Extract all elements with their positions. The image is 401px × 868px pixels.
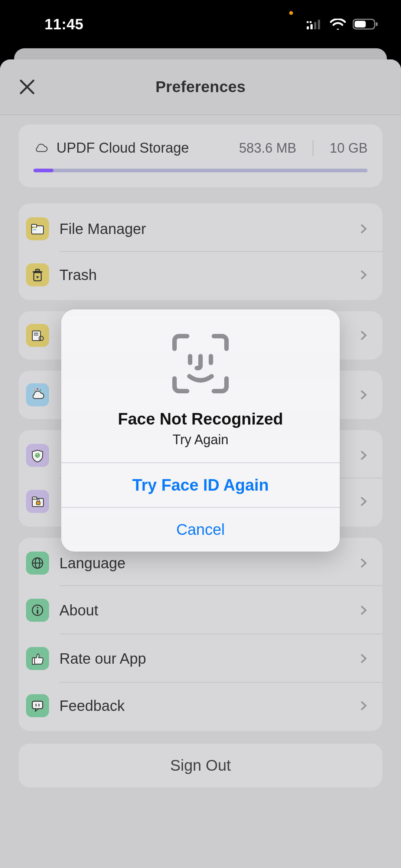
chevron-right-icon <box>357 557 369 569</box>
alert-title: Face Not Recognized <box>76 410 325 428</box>
svg-rect-7 <box>355 21 366 27</box>
row-icon-tile <box>26 263 49 286</box>
recording-indicator-dot <box>289 11 293 15</box>
row-icon-tile <box>26 552 49 575</box>
folder-icon <box>29 221 46 237</box>
wifi-icon <box>330 19 346 30</box>
row-icon-tile <box>26 444 49 467</box>
storage-progress-bar <box>33 169 368 172</box>
storage-label: UPDF Cloud Storage <box>56 140 231 156</box>
cancel-button[interactable]: Cancel <box>61 507 340 552</box>
chevron-right-icon <box>357 389 369 401</box>
globe-icon <box>29 555 46 571</box>
storage-used: 583.6 MB <box>239 140 296 156</box>
settings-row-label: Rate our App <box>59 650 357 667</box>
cellular-icon <box>307 19 323 29</box>
status-indicators <box>307 18 379 30</box>
face-id-icon <box>76 330 325 397</box>
shield-icon <box>29 447 46 464</box>
sign-out-button[interactable]: Sign Out <box>19 744 382 787</box>
cert-icon <box>29 327 46 344</box>
settings-row-label: About <box>59 602 357 619</box>
svg-rect-3 <box>318 20 320 29</box>
row-icon-tile <box>26 217 49 240</box>
row-icon-tile <box>26 599 49 622</box>
page-title: Preferences <box>156 78 246 96</box>
svg-rect-1 <box>310 24 313 29</box>
storage-total: 10 GB <box>330 140 368 156</box>
thumbsup-icon <box>29 650 46 667</box>
settings-row-file-manager[interactable]: File Manager <box>19 204 382 252</box>
row-icon-tile <box>26 324 49 347</box>
lock-folder-icon <box>29 493 46 510</box>
settings-row-label: Trash <box>59 267 357 283</box>
info-icon <box>29 602 46 618</box>
chevron-right-icon <box>357 604 369 616</box>
svg-rect-0 <box>307 26 309 29</box>
settings-row-about[interactable]: About <box>19 586 382 634</box>
status-bar: 11:45 <box>0 0 401 48</box>
row-icon-tile <box>26 647 49 670</box>
divider <box>313 140 313 156</box>
chevron-right-icon <box>357 495 369 507</box>
settings-row-label: Feedback <box>59 698 357 714</box>
settings-row-trash[interactable]: Trash <box>19 252 382 300</box>
sheet-header: Preferences <box>0 59 401 115</box>
alert-subtitle: Try Again <box>76 432 325 448</box>
chevron-right-icon <box>357 269 369 281</box>
settings-group: File Manager Trash <box>19 204 382 300</box>
cloud-icon <box>33 143 48 154</box>
sign-out-label: Sign Out <box>170 757 231 774</box>
chevron-right-icon <box>357 449 369 461</box>
battery-icon <box>353 18 379 30</box>
svg-rect-5 <box>310 21 312 23</box>
chat-icon <box>29 698 46 714</box>
svg-rect-4 <box>307 21 309 23</box>
close-button[interactable] <box>19 78 36 95</box>
settings-row-rate[interactable]: Rate our App <box>19 634 382 683</box>
settings-row-label: Language <box>59 555 357 572</box>
row-icon-tile <box>26 490 49 513</box>
status-time: 11:45 <box>45 16 84 33</box>
trash-icon <box>29 267 46 283</box>
face-id-alert: Face Not Recognized Try Again Try Face I… <box>61 309 340 552</box>
settings-group: Language About Rate our App Feedback <box>19 538 382 731</box>
close-icon <box>19 78 36 95</box>
svg-rect-2 <box>314 22 316 29</box>
cloud-storage-card[interactable]: UPDF Cloud Storage 583.6 MB 10 GB <box>19 124 382 187</box>
row-icon-tile <box>26 694 49 717</box>
chevron-right-icon <box>357 329 369 341</box>
row-icon-tile <box>26 383 49 406</box>
svg-rect-8 <box>376 22 378 26</box>
chevron-right-icon <box>357 653 369 664</box>
cloud-ai-icon <box>29 387 46 403</box>
chevron-right-icon <box>357 223 369 235</box>
try-face-id-again-button[interactable]: Try Face ID Again <box>61 462 340 507</box>
settings-row-feedback[interactable]: Feedback <box>19 683 382 731</box>
storage-progress-fill <box>33 169 53 172</box>
chevron-right-icon <box>357 700 369 712</box>
settings-row-label: File Manager <box>59 221 357 237</box>
